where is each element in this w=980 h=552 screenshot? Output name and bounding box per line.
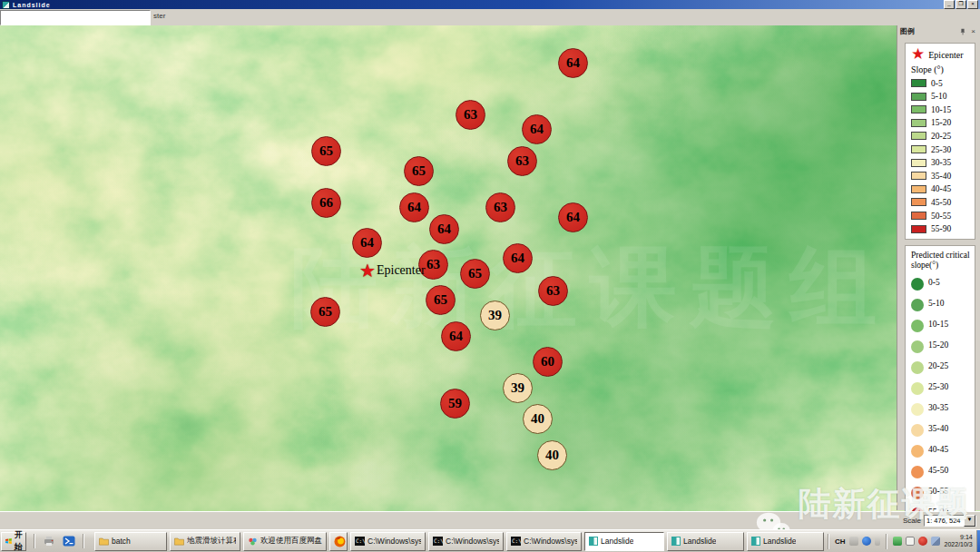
taskbar-button-C:\Windows\syst...[interactable]: C:\C:\Windows\syst... xyxy=(506,532,582,551)
slope-marker-64[interactable]: 64 xyxy=(429,214,459,244)
predicted-legend-item: 50-55 xyxy=(911,483,971,499)
predicted-swatch-circle xyxy=(911,382,924,395)
close-button-icon[interactable]: × xyxy=(967,0,978,9)
slope-legend-item: 35-40 xyxy=(911,172,971,181)
predicted-legend-item: 5-10 xyxy=(911,295,971,311)
slope-legend-item: 10-15 xyxy=(911,105,971,114)
slope-marker-64[interactable]: 64 xyxy=(399,192,429,222)
slope-marker-64[interactable]: 64 xyxy=(441,321,471,351)
legend-epicenter-star-icon: ★ xyxy=(911,49,925,60)
predicted-swatch-circle xyxy=(911,320,924,332)
scale-combobox[interactable]: 1: 476, 524 ▼ xyxy=(924,515,976,527)
maximize-button-icon[interactable]: ❐ xyxy=(956,0,966,9)
slope-swatch xyxy=(911,79,926,87)
slope-legend-item: 15-20 xyxy=(911,118,971,127)
legend-panel: 图例 × ★ Epicenter Slope (°) 0-55-1010-151… xyxy=(897,25,980,510)
slope-marker-39[interactable]: 39 xyxy=(503,373,533,403)
taskbar-button-Landslide[interactable]: Landslide xyxy=(667,532,744,551)
predicted-swatch-circle xyxy=(911,466,924,478)
taskbar-button-C:\Windows\syst...[interactable]: C:\C:\Windows\syst... xyxy=(428,532,504,551)
slope-marker-64[interactable]: 64 xyxy=(522,114,552,144)
slope-marker-65[interactable]: 65 xyxy=(404,156,434,186)
slope-marker-63[interactable]: 63 xyxy=(456,100,485,130)
slope-legend-item: 5-10 xyxy=(911,92,971,101)
netdisk-icon xyxy=(248,537,258,547)
predicted-legend-item: 15-20 xyxy=(911,337,971,353)
predicted-legend-item: 20-25 xyxy=(911,358,971,374)
slope-marker-66[interactable]: 66 xyxy=(311,188,341,218)
slope-marker-63[interactable]: 63 xyxy=(507,146,537,176)
folder-icon xyxy=(99,537,109,546)
layer-combobox[interactable] xyxy=(0,10,151,25)
slope-marker-39[interactable]: 39 xyxy=(480,301,510,330)
start-button-label: 开始 xyxy=(15,529,25,552)
taskbar-button-firefox[interactable] xyxy=(329,532,348,551)
language-indicator[interactable]: CH xyxy=(833,537,848,546)
slope-swatch xyxy=(911,185,926,193)
slope-marker-65[interactable]: 65 xyxy=(460,259,490,289)
taskbar: 开始 batch地震滑坡计算程...欢迎使用百度网盘C:\C:\Windows\… xyxy=(0,529,980,552)
slope-swatch xyxy=(911,198,926,206)
slope-marker-64[interactable]: 64 xyxy=(352,228,382,258)
slope-legend-item: 0-5 xyxy=(911,79,971,88)
slope-marker-63[interactable]: 63 xyxy=(485,192,515,222)
slope-swatch xyxy=(911,93,926,101)
forbidden-tray-icon[interactable] xyxy=(918,537,927,546)
powershell-icon[interactable] xyxy=(63,535,75,547)
taskbar-button-欢迎使用百度网盘[interactable]: 欢迎使用百度网盘 xyxy=(243,532,327,551)
green-utility-tray-icon[interactable] xyxy=(893,537,902,546)
help-icon[interactable] xyxy=(862,537,871,546)
taskbar-button-Landslide[interactable]: Landslide xyxy=(747,532,824,551)
slope-marker-64[interactable]: 64 xyxy=(558,48,588,78)
quick-launch xyxy=(34,534,84,548)
predicted-swatch-circle xyxy=(911,278,924,291)
slope-swatch xyxy=(911,119,926,127)
taskbar-button-batch[interactable]: batch xyxy=(94,532,167,551)
cmd-icon: C:\ xyxy=(511,537,521,546)
firefox-icon xyxy=(334,536,346,547)
taskbar-button-地震滑坡计算程...[interactable]: 地震滑坡计算程... xyxy=(170,532,240,551)
slope-legend-item: 25-30 xyxy=(911,145,971,154)
legend-panel-title: 图例 xyxy=(900,26,915,36)
slope-marker-64[interactable]: 64 xyxy=(503,243,533,273)
predicted-swatch-circle xyxy=(911,424,924,437)
slope-marker-65[interactable]: 65 xyxy=(310,297,340,327)
show-desktop-button[interactable] xyxy=(976,530,980,552)
slope-marker-40[interactable]: 40 xyxy=(537,440,567,470)
predicted-legend-item: 0-5 xyxy=(911,274,971,291)
map-canvas[interactable]: 陆新征课题组 646364656365666463646464646365636… xyxy=(0,25,980,511)
divider xyxy=(83,534,84,548)
slope-marker-60[interactable]: 60 xyxy=(533,347,563,377)
svg-text:C:\: C:\ xyxy=(434,537,443,544)
taskbar-button-Landslide[interactable]: Landslide xyxy=(584,532,664,551)
slope-swatch xyxy=(911,212,926,220)
slope-marker-64[interactable]: 64 xyxy=(558,202,588,232)
predicted-legend-item: 45-50 xyxy=(911,462,971,478)
clock[interactable]: 9:14 2022/10/3 xyxy=(945,534,973,548)
flag-tray-icon[interactable] xyxy=(906,537,915,546)
panel-close-icon[interactable]: × xyxy=(969,27,977,35)
slope-swatch xyxy=(911,132,926,140)
minimize-button-icon[interactable]: _ xyxy=(944,0,955,9)
slope-marker-59[interactable]: 59 xyxy=(440,389,470,419)
svg-text:C:\: C:\ xyxy=(356,537,365,544)
slope-marker-40[interactable]: 40 xyxy=(523,404,553,434)
taskbar-button-C:\Windows\syst...[interactable]: C:\C:\Windows\syst... xyxy=(350,532,426,551)
slope-swatch xyxy=(911,225,926,233)
slope-legend-item: 45-50 xyxy=(911,198,971,207)
slope-legend-box: ★ Epicenter Slope (°) 0-55-1010-1515-202… xyxy=(905,43,975,240)
slope-marker-65[interactable]: 65 xyxy=(426,285,456,315)
speaker-icon[interactable] xyxy=(849,537,858,546)
printer-icon[interactable] xyxy=(43,535,55,547)
status-bar: Scale 1: 476, 524 ▼ xyxy=(0,511,980,529)
predicted-swatch-circle xyxy=(911,445,924,458)
scale-dropdown-arrow-icon[interactable]: ▼ xyxy=(964,515,975,527)
slope-marker-65[interactable]: 65 xyxy=(311,136,341,166)
network-tray-icon[interactable] xyxy=(931,537,940,546)
predicted-legend-item: 25-30 xyxy=(911,379,971,395)
pin-icon[interactable] xyxy=(958,27,966,35)
slope-marker-63[interactable]: 63 xyxy=(418,250,448,280)
start-button[interactable]: 开始 xyxy=(1,532,26,551)
tray-expand-icon[interactable] xyxy=(875,537,880,546)
slope-marker-63[interactable]: 63 xyxy=(538,276,568,306)
